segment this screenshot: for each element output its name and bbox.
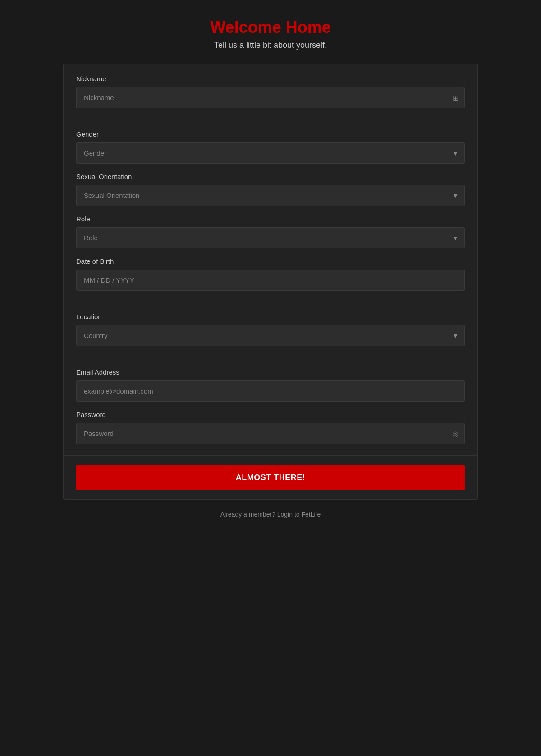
nickname-section: Nickname ⊞ [64,64,477,119]
gender-section: Gender Gender Male Female Non-binary Oth… [64,119,477,302]
nickname-input[interactable] [76,87,465,108]
sexual-orientation-select-wrapper: Sexual Orientation Straight Gay Bisexual… [76,185,465,206]
nickname-input-wrapper: ⊞ [76,87,465,108]
submit-section: Almost There! [64,455,477,499]
footer-login-link: Already a member? Login to FetLife [220,511,321,518]
sexual-orientation-label: Sexual Orientation [76,173,465,180]
page-header: Welcome Home Tell us a little bit about … [210,18,330,50]
submit-button[interactable]: Almost There! [76,465,465,490]
credentials-section: Email Address Password ◎ [64,357,477,455]
role-select-wrapper: Role Dominant Submissive Switch Other ▼ [76,227,465,248]
page-title: Welcome Home [210,18,330,37]
gender-select-wrapper: Gender Male Female Non-binary Other ▼ [76,142,465,164]
role-select[interactable]: Role Dominant Submissive Switch Other [76,227,465,248]
page-subtitle: Tell us a little bit about yourself. [210,41,330,50]
footer-text: Already a member? Login to FetLife [220,511,321,518]
location-section: Location Country United States United Ki… [64,302,477,357]
dob-label: Date of Birth [76,257,465,265]
password-input[interactable] [76,423,465,444]
sexual-orientation-select[interactable]: Sexual Orientation Straight Gay Bisexual… [76,185,465,206]
gender-select[interactable]: Gender Male Female Non-binary Other [76,142,465,164]
nickname-label: Nickname [76,75,465,82]
location-select-wrapper: Country United States United Kingdom Can… [76,325,465,346]
dob-input[interactable] [76,270,465,291]
email-input[interactable] [76,380,465,402]
password-input-wrapper: ◎ [76,423,465,444]
gender-label: Gender [76,130,465,138]
password-label: Password [76,411,465,418]
email-label: Email Address [76,368,465,376]
country-select[interactable]: Country United States United Kingdom Can… [76,325,465,346]
role-label: Role [76,215,465,223]
page-container: Welcome Home Tell us a little bit about … [63,18,478,518]
location-label: Location [76,313,465,321]
registration-form: Nickname ⊞ Gender Gender Male Female Non… [63,64,478,500]
